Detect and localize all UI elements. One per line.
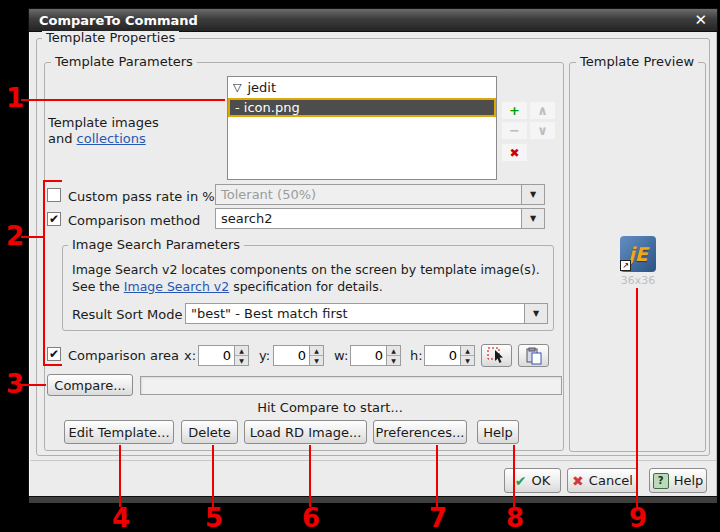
callout-8-line (513, 445, 515, 507)
compare-status-text: Hit Compare to start... (180, 400, 480, 415)
tree-row-icon-png[interactable]: - icon.png (228, 98, 496, 117)
callout-7-label: 7 (429, 506, 447, 530)
move-down-button[interactable]: ∨ (530, 122, 555, 139)
callout-9-label: 9 (629, 506, 647, 530)
callout-2-bracket-top-tick (43, 180, 62, 182)
callout-6-label: 6 (302, 506, 320, 530)
delete-x-icon: ✖ (509, 147, 519, 159)
y-label: y: (259, 348, 270, 363)
callout-2-bracket-vertical (43, 180, 45, 366)
spin-up-icon[interactable]: ▲ (310, 346, 323, 356)
spin-down-icon[interactable]: ▼ (461, 356, 474, 365)
w-spinner-arrows[interactable]: ▲▼ (387, 345, 401, 366)
result-sort-mode-label: Result Sort Mode (72, 307, 183, 322)
w-label: w: (334, 348, 348, 363)
pass-rate-combobox[interactable]: Tolerant (50%) ▼ (215, 184, 545, 205)
callout-1-label: 1 (6, 86, 24, 110)
comparison-method-combobox[interactable]: search2 ▼ (215, 208, 545, 229)
chevron-up-icon: ∧ (537, 104, 548, 117)
callout-4-line (119, 445, 121, 507)
w-spinner-input[interactable] (350, 345, 387, 366)
dropdown-arrow-icon[interactable]: ▼ (521, 185, 544, 204)
spin-down-icon[interactable]: ▼ (310, 356, 323, 365)
comparison-method-value: search2 (216, 211, 521, 226)
pass-rate-value: Tolerant (50%) (216, 187, 521, 202)
group-template-properties-label: Template Properties (42, 31, 179, 45)
jedit-logo-icon: jE (628, 243, 648, 265)
callout-9-line (636, 288, 638, 507)
callout-2-connector (21, 236, 45, 238)
result-sort-mode-value: "best" - Best match first (186, 306, 524, 321)
tree-expander-icon[interactable]: ▽ (233, 81, 241, 94)
x-label: x: (184, 348, 196, 363)
group-template-preview-label: Template Preview (576, 55, 698, 69)
area-pointer-icon (487, 347, 507, 365)
help-button[interactable]: ? Help (649, 468, 707, 493)
comparison-method-label: Comparison method (68, 213, 200, 228)
comparison-area-checkbox[interactable]: ✔ (47, 347, 61, 361)
comparison-method-checkbox[interactable]: ✔ (47, 212, 61, 226)
cancel-x-icon: ✖ (572, 474, 584, 488)
load-rd-image-button[interactable]: Load RD Image... (244, 420, 367, 444)
x-spinner-input[interactable] (198, 345, 235, 366)
paste-area-button[interactable] (518, 344, 549, 367)
delete-button[interactable]: Delete (181, 420, 238, 444)
x-spinner-arrows[interactable]: ▲▼ (235, 345, 249, 366)
h-spinner-arrows[interactable]: ▲▼ (461, 345, 475, 366)
template-image-list[interactable]: ▽ jedit - icon.png (227, 76, 497, 180)
spin-up-icon[interactable]: ▲ (387, 346, 400, 356)
remove-image-button[interactable]: − (502, 122, 527, 139)
group-template-parameters-label: Template Parameters (51, 55, 197, 69)
callout-3-line (21, 384, 46, 386)
comparison-area-label: Comparison area (68, 348, 179, 363)
ok-check-icon: ✔ (515, 474, 527, 488)
spin-down-icon[interactable]: ▼ (387, 356, 400, 365)
compare-button[interactable]: Compare... (47, 374, 133, 396)
dropdown-arrow-icon[interactable]: ▼ (524, 304, 547, 323)
custom-pass-rate-checkbox[interactable] (47, 188, 61, 202)
spin-up-icon[interactable]: ▲ (461, 346, 474, 356)
image-search-v2-link[interactable]: Image Search v2 (124, 279, 229, 294)
checkmark-icon: ✔ (49, 348, 59, 360)
y-spinner-input[interactable] (273, 345, 310, 366)
help-row-button[interactable]: Help (477, 420, 519, 444)
tree-row-jedit-label: jedit (247, 80, 276, 95)
move-up-button[interactable]: ∧ (530, 102, 555, 119)
tree-row-icon-png-label: - icon.png (235, 100, 300, 115)
callout-4-label: 4 (112, 506, 130, 530)
edit-template-button[interactable]: Edit Template... (64, 420, 174, 444)
image-search-description-line2: See the Image Search v2 specification fo… (72, 279, 383, 294)
callout-7-line (436, 445, 438, 507)
callout-8-label: 8 (506, 506, 524, 530)
chevron-down-icon: ∨ (537, 124, 548, 137)
shortcut-arrow-icon: ↗ (620, 260, 631, 271)
delete-image-button[interactable]: ✖ (502, 144, 527, 161)
help-icon: ? (653, 473, 669, 489)
add-image-button[interactable]: + (502, 102, 527, 119)
compare-progress-bar (140, 376, 562, 395)
preferences-button[interactable]: Preferences... (373, 420, 467, 444)
result-sort-mode-combobox[interactable]: "best" - Best match first ▼ (185, 303, 548, 324)
callout-2-bracket-bottom-tick (43, 364, 62, 366)
title-bar[interactable]: CompareTo Command ✕ (28, 8, 718, 32)
h-spinner-input[interactable] (424, 345, 461, 366)
collections-link[interactable]: collections (77, 131, 146, 146)
tree-row-jedit[interactable]: ▽ jedit (228, 78, 496, 97)
callout-1-line (21, 99, 225, 101)
select-area-button[interactable] (481, 344, 512, 367)
group-image-search-label: Image Search Parameters (68, 238, 244, 252)
template-images-label-line1: Template images (48, 115, 159, 130)
spin-down-icon[interactable]: ▼ (235, 356, 248, 365)
button-bar-separator (30, 460, 716, 461)
y-spinner-arrows[interactable]: ▲▼ (310, 345, 324, 366)
image-search-description-line1: Image Search v2 locates components on th… (72, 262, 540, 277)
cancel-button[interactable]: ✖ Cancel (567, 468, 638, 493)
callout-6-line (309, 445, 311, 507)
dropdown-arrow-icon[interactable]: ▼ (521, 209, 544, 228)
window-bottom-edge (29, 497, 717, 503)
spin-up-icon[interactable]: ▲ (235, 346, 248, 356)
paste-icon (525, 347, 543, 365)
close-icon[interactable]: ✕ (694, 13, 707, 28)
custom-pass-rate-label: Custom pass rate in %: (68, 189, 219, 204)
plus-icon: + (509, 104, 520, 117)
